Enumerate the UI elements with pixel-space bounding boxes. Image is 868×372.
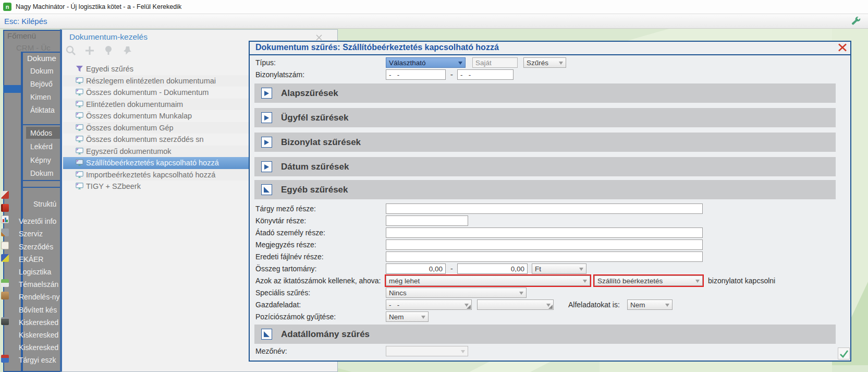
pozicioszam-dropdown[interactable]: Nem bbox=[386, 311, 429, 322]
mezonev-dropdown[interactable] bbox=[386, 346, 468, 356]
expand-button[interactable] bbox=[261, 112, 272, 123]
expand-button[interactable] bbox=[261, 88, 272, 99]
menu-item-lekerd[interactable]: Lekérd bbox=[30, 141, 53, 152]
book-icon bbox=[1, 204, 9, 212]
close-icon[interactable] bbox=[315, 34, 323, 41]
chevron-down-icon bbox=[583, 280, 587, 285]
corner-resize-icon bbox=[467, 305, 471, 309]
panel-title-crm: CRM - Üc bbox=[16, 43, 51, 52]
iktatoszam-doctype-dropdown[interactable]: Szállító beérkeztetés bbox=[594, 275, 703, 286]
search-icon[interactable] bbox=[65, 45, 77, 57]
sidebar-item-bovitett[interactable]: Bővített kés bbox=[19, 305, 57, 315]
document-panel-title: Dokumentum-kezelés bbox=[69, 32, 148, 42]
collapse-button[interactable] bbox=[261, 184, 272, 195]
pin-icon[interactable] bbox=[121, 45, 133, 57]
tree-icon[interactable] bbox=[103, 45, 114, 57]
document-filter-dialog: Dokumentum szűrés: Szállítóbeérkeztetés … bbox=[249, 41, 851, 362]
konyvtar-input[interactable] bbox=[386, 215, 468, 226]
chevron-down-icon bbox=[421, 316, 425, 321]
triangle-right-icon bbox=[264, 140, 269, 145]
cash-register-icon bbox=[1, 317, 9, 325]
menu-item-kepny[interactable]: Képny bbox=[30, 155, 51, 165]
chevron-down-icon bbox=[458, 62, 462, 67]
szures-dropdown[interactable]: Szűrés bbox=[523, 57, 566, 68]
app-window: n Nagy Machinátor - Új logisztika kötet … bbox=[0, 0, 868, 372]
menu-item-modos[interactable]: Módos bbox=[30, 128, 52, 138]
eredeti-fajlnev-input[interactable] bbox=[386, 251, 703, 262]
section-egyeb-szuresek[interactable]: Egyéb szűrések bbox=[254, 180, 836, 199]
palette-icon bbox=[1, 191, 9, 199]
bizonylatszam-label: Bizonylatszám: bbox=[255, 69, 304, 80]
targy-label: Tárgy mező része: bbox=[255, 203, 316, 214]
panel-divider bbox=[21, 124, 63, 125]
menu-item-atiktata[interactable]: Átiktata bbox=[30, 105, 55, 115]
add-icon[interactable] bbox=[84, 45, 95, 57]
specialis-dropdown[interactable]: Nincs bbox=[386, 287, 527, 298]
iktatoszam-mode-value: még lehet bbox=[389, 277, 582, 285]
tipus-dropdown[interactable]: Választható bbox=[386, 57, 466, 68]
monitor-icon bbox=[76, 171, 84, 178]
gazdafeladat-combo-1[interactable]: - - bbox=[386, 299, 472, 310]
monitor-icon bbox=[76, 124, 84, 131]
sidebar-item-kisker1[interactable]: Kiskeresked bbox=[19, 317, 58, 328]
contract-icon bbox=[1, 242, 9, 249]
sidebar-item-kisker2[interactable]: Kiskeresked bbox=[19, 330, 58, 340]
triangle-right-icon bbox=[264, 164, 269, 170]
menu-item-strukt[interactable]: Struktú bbox=[33, 199, 56, 209]
monitor-icon bbox=[76, 77, 84, 85]
sidebar-item-szerzodes[interactable]: Szerződés bbox=[19, 242, 53, 252]
collapse-button[interactable] bbox=[261, 329, 272, 340]
package-icon bbox=[1, 292, 9, 299]
section-alapszuresek[interactable]: Alapszűrések bbox=[254, 83, 836, 103]
sidebar-item-targyi[interactable]: Tárgyi eszk bbox=[19, 355, 56, 365]
sidebar-item-rendeles[interactable]: Rendelés-ny bbox=[19, 292, 60, 302]
monitor-icon bbox=[76, 136, 84, 143]
osszeg-min-input[interactable]: 0,00 bbox=[386, 263, 446, 274]
sidebar-item-szerviz[interactable]: Szerviz bbox=[19, 229, 43, 239]
megjegyzes-input[interactable] bbox=[386, 239, 703, 250]
atado-input[interactable] bbox=[386, 227, 703, 238]
panel-title-fomenu: Főmenü bbox=[7, 31, 36, 40]
sidebar-item-kisker3[interactable]: Kiskeresked bbox=[19, 342, 58, 353]
section-adatallomany-szures[interactable]: Adatállomány szűrés bbox=[254, 325, 836, 344]
range-separator: - bbox=[450, 263, 453, 274]
panel-divider bbox=[21, 187, 63, 188]
sidebar-item-logisztika[interactable]: Logisztika bbox=[19, 267, 51, 277]
megjegyzes-label: Megjegyzés része: bbox=[255, 239, 316, 250]
chevron-down-icon bbox=[519, 292, 523, 297]
bizonylatszam-field-2[interactable]: - - bbox=[457, 69, 514, 80]
monitor-icon bbox=[76, 148, 84, 155]
sajat-field[interactable]: Saját bbox=[472, 57, 518, 68]
section-bizonylat-szuresek[interactable]: Bizonylat szűrések bbox=[254, 133, 836, 152]
wrench-icon[interactable] bbox=[850, 16, 862, 27]
alfeladat-dropdown[interactable]: Nem bbox=[627, 299, 673, 310]
gazdafeladat-label: Gazdafeladat: bbox=[255, 299, 301, 310]
monitor-icon bbox=[76, 112, 84, 119]
menu-item-bejovo[interactable]: Bejövő bbox=[30, 79, 53, 89]
currency-dropdown[interactable]: Ft bbox=[532, 263, 586, 274]
menu-item-kimen[interactable]: Kimen bbox=[30, 92, 51, 102]
expand-button[interactable] bbox=[261, 137, 272, 148]
sidebar-item-ekaer[interactable]: EKÁER bbox=[19, 254, 43, 265]
iktatoszam-mode-dropdown[interactable]: még lehet bbox=[386, 275, 590, 286]
pozicioszam-dropdown-value: Nem bbox=[389, 313, 420, 321]
section-ugyfel-szuresek[interactable]: Ügyfél szűrések bbox=[254, 108, 836, 127]
szures-dropdown-value: Szűrés bbox=[527, 59, 558, 67]
bizonylatszam-field-1[interactable]: - - bbox=[386, 69, 446, 80]
currency-dropdown-value: Ft bbox=[535, 265, 578, 273]
section-datum-szuresek[interactable]: Dátum szűrések bbox=[254, 157, 836, 176]
panel-divider bbox=[21, 180, 63, 181]
sidebar-item-vezetoi[interactable]: Vezetői info bbox=[19, 216, 56, 226]
confirm-button[interactable] bbox=[838, 347, 850, 359]
gazdafeladat-combo-2[interactable] bbox=[477, 299, 554, 310]
menu-item-dokum2[interactable]: Dokum bbox=[30, 168, 53, 178]
targy-input[interactable] bbox=[386, 203, 703, 214]
iktatoszam-label: Azok az iktatószámok kellenek, ahova: bbox=[255, 275, 381, 286]
triangle-expanded-icon bbox=[264, 187, 270, 193]
sidebar-item-temaelszan[interactable]: Témaelszán bbox=[19, 279, 58, 290]
close-icon[interactable] bbox=[838, 43, 847, 52]
alfeladat-dropdown-value: Nem bbox=[630, 301, 664, 309]
osszeg-max-input[interactable]: 0,00 bbox=[457, 263, 528, 274]
menu-item-dokum[interactable]: Dokum bbox=[30, 66, 53, 76]
expand-button[interactable] bbox=[261, 161, 272, 172]
